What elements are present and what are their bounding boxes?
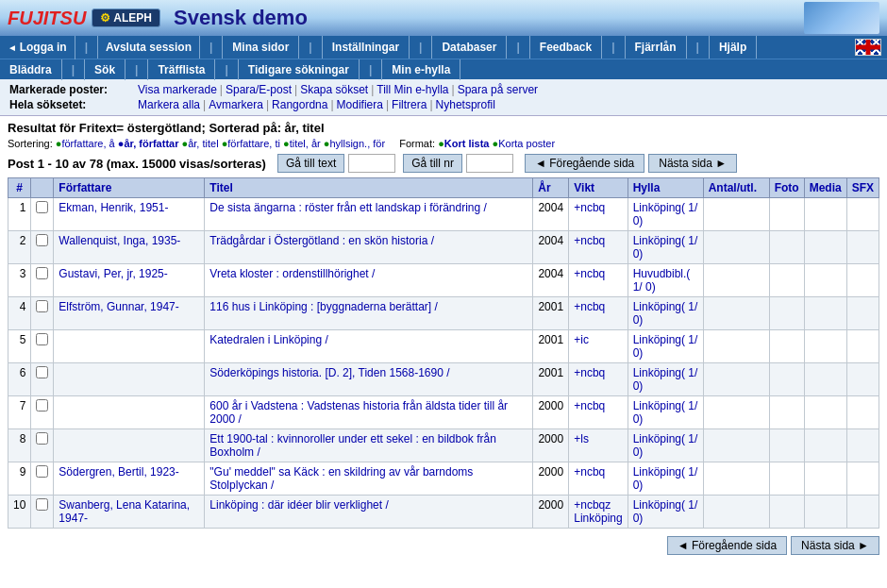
row-checkbox[interactable] <box>36 399 48 412</box>
title-link[interactable]: Trädgårdar i Östergötland : en skön hist… <box>209 234 434 247</box>
vikt-link[interactable]: +ic <box>574 333 589 346</box>
unmark-link[interactable]: Avmarkera <box>209 98 263 111</box>
vikt-link[interactable]: +ncbq <box>574 399 605 412</box>
nav-interloan[interactable]: Fjärrlån <box>626 36 687 59</box>
sort-year-title[interactable]: år, titel <box>188 138 218 149</box>
author-link[interactable]: Gustavi, Per, jr, 1925- <box>59 267 167 280</box>
fujitsu-logo: FUJITSU <box>8 8 86 29</box>
nav-databases[interactable]: Databaser <box>432 36 507 59</box>
table-row: 5 Katedralen i Linköping / 2001 +ic Link… <box>8 330 879 363</box>
hylla-link[interactable]: Huvudbibl.( 1/ 0) <box>633 267 691 294</box>
row-author <box>54 396 205 429</box>
row-checkbox[interactable] <box>36 201 48 213</box>
row-checkbox[interactable] <box>36 234 48 246</box>
row-checkbox[interactable] <box>36 333 48 345</box>
table-row: 7 600 år i Vadstena : Vadstenas historia… <box>8 396 879 429</box>
filter-link[interactable]: Filtrera <box>392 98 427 111</box>
nav-feedback[interactable]: Feedback <box>530 36 602 59</box>
col-title[interactable]: Titel <box>205 178 533 198</box>
goto-nr-button[interactable]: Gå till nr <box>403 154 462 173</box>
vikt-link[interactable]: +ncbqz Linköping <box>574 498 622 525</box>
row-title: De sista ängarna : röster från ett lands… <box>205 198 533 231</box>
nav-logout[interactable]: Avsluta session <box>98 36 200 59</box>
row-checkbox[interactable] <box>36 300 48 312</box>
text-input[interactable] <box>348 154 395 173</box>
row-checkbox[interactable] <box>36 498 48 511</box>
title-link[interactable]: "Gu' meddel" sa Käck : en skildring av v… <box>209 465 473 492</box>
title-link[interactable]: 600 år i Vadstena : Vadstenas historia f… <box>209 399 508 426</box>
col-antal[interactable]: Antal/utl. <box>703 178 769 198</box>
author-link[interactable]: Elfström, Gunnar, 1947- <box>59 300 178 313</box>
author-link[interactable]: Wallenquist, Inga, 1935- <box>59 234 180 247</box>
hylla-link[interactable]: Linköping( 1/ 0) <box>633 201 698 227</box>
vikt-link[interactable]: +ncbq <box>574 366 605 379</box>
modify-link[interactable]: Modifiera <box>337 98 383 111</box>
save-server-link[interactable]: Spara på server <box>458 83 538 96</box>
row-checkbox[interactable] <box>36 465 48 478</box>
title-link[interactable]: Linköping : där idéer blir verklighet / <box>209 498 388 512</box>
row-checkbox[interactable] <box>36 432 48 445</box>
hylla-link[interactable]: Linköping( 1/ 0) <box>633 498 698 525</box>
nav-my-shelf[interactable]: Min e-hylla <box>382 59 460 80</box>
vikt-link[interactable]: +ncbq <box>574 234 605 247</box>
author-link[interactable]: Ekman, Henrik, 1951- <box>59 201 168 214</box>
vikt-link[interactable]: +ncbq <box>574 267 605 280</box>
hylla-link[interactable]: Linköping( 1/ 0) <box>633 333 698 360</box>
sort-author-year[interactable]: författare, å <box>61 138 114 149</box>
sort-year-author[interactable]: år, författar <box>124 138 178 149</box>
goto-text-button[interactable]: Gå till text <box>277 154 344 173</box>
title-link[interactable]: 116 hus i Linköping : [byggnaderna berät… <box>209 300 438 313</box>
nav-login[interactable]: Logga in <box>0 36 75 59</box>
format-short-list[interactable]: Kort lista <box>444 138 490 149</box>
sort-author-title[interactable]: författare, ti <box>227 138 280 149</box>
save-email-link[interactable]: Spara/E-post <box>226 83 292 96</box>
row-checkbox[interactable] <box>36 366 48 378</box>
title-link[interactable]: De sista ängarna : röster från ett lands… <box>209 201 487 214</box>
title-link[interactable]: Vreta kloster : ordenstillhörighet / <box>209 267 375 280</box>
nr-input[interactable] <box>466 154 513 173</box>
nav-settings[interactable]: Inställningar <box>323 36 410 59</box>
title-link[interactable]: Söderköpings historia. [D. 2], Tiden 156… <box>209 366 449 379</box>
nav-my-pages[interactable]: Mina sidor <box>223 36 299 59</box>
vikt-link[interactable]: +ls <box>574 432 589 445</box>
vikt-link[interactable]: +ncbq <box>574 201 605 214</box>
prev-page-bottom-button[interactable]: ◄ Föregående sida <box>667 536 787 555</box>
next-page-button[interactable]: Nästa sida ► <box>648 154 737 173</box>
title-link[interactable]: Ett 1900-tal : kvinnoroller under ett se… <box>209 432 496 459</box>
mark-all-link[interactable]: Markera alla <box>138 98 200 111</box>
hylla-link[interactable]: Linköping( 1/ 0) <box>633 432 698 459</box>
row-checkbox[interactable] <box>36 267 48 279</box>
row-title: Katedralen i Linköping / <box>205 330 533 363</box>
hylla-link[interactable]: Linköping( 1/ 0) <box>633 399 698 426</box>
hylla-link[interactable]: Linköping( 1/ 0) <box>633 465 698 492</box>
create-set-link[interactable]: Skapa sökset <box>300 83 368 96</box>
sort-title-year[interactable]: titel, år <box>290 138 321 149</box>
col-year[interactable]: År <box>533 178 569 198</box>
hylla-link[interactable]: Linköping( 1/ 0) <box>633 300 698 327</box>
col-hylla[interactable]: Hylla <box>628 178 703 198</box>
sort-shelf[interactable]: hyllsign., för <box>329 138 385 149</box>
format-short-posts[interactable]: Korta poster <box>498 138 555 149</box>
hylla-link[interactable]: Linköping( 1/ 0) <box>633 366 698 393</box>
title-link[interactable]: Katedralen i Linköping / <box>209 333 327 346</box>
news-profile-link[interactable]: Nyhetsprofil <box>436 98 495 111</box>
hylla-link[interactable]: Linköping( 1/ 0) <box>633 234 698 260</box>
next-page-bottom-button[interactable]: Nästa sida ► <box>791 536 879 555</box>
show-marked-link[interactable]: Visa markerade <box>138 83 217 96</box>
vikt-link[interactable]: +ncbq <box>574 465 605 479</box>
nav-browse[interactable]: Bläddra <box>0 59 62 80</box>
to-my-shelf-link[interactable]: Till Min e-hylla <box>377 83 448 96</box>
nav-search[interactable]: Sök <box>85 59 126 80</box>
uk-flag-icon[interactable] <box>855 39 881 56</box>
col-author[interactable]: Författare <box>54 178 205 198</box>
col-vikt[interactable]: Vikt <box>569 178 628 198</box>
nav-prev-searches[interactable]: Tidigare sökningar <box>239 59 360 80</box>
nav-help[interactable]: Hjälp <box>710 36 757 59</box>
prev-page-button[interactable]: ◄ Föregående sida <box>525 154 644 173</box>
vikt-link[interactable]: +ncbq <box>574 300 605 313</box>
author-link[interactable]: Södergren, Bertil, 1923- <box>59 465 178 479</box>
rank-link[interactable]: Rangordna <box>272 98 327 111</box>
nav-hitlist[interactable]: Träfflista <box>148 59 215 80</box>
author-link[interactable]: Swanberg, Lena Katarina, 1947- <box>59 498 190 525</box>
marked-label: Markerade poster: <box>9 83 132 96</box>
